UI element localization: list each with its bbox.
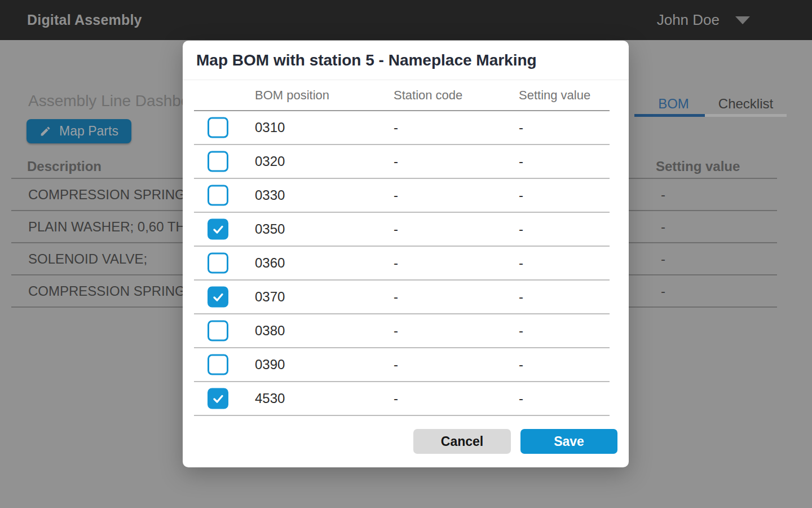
bom-mapping-table-header: BOM position Station code Setting value — [194, 80, 610, 111]
modal-actions: Cancel Save — [183, 429, 629, 454]
map-parts-button[interactable]: Map Parts — [27, 119, 131, 143]
station-code-cell: - — [394, 120, 398, 135]
row-checkbox[interactable] — [208, 388, 228, 409]
setting-value-cell: - — [519, 289, 523, 305]
bom-position-cell: 0350 — [255, 221, 285, 237]
setting-value-cell: - — [661, 283, 665, 299]
app-title: Digital Assembly — [27, 12, 142, 28]
row-checkbox[interactable] — [208, 287, 228, 308]
setting-value-cell: - — [519, 187, 523, 203]
modal-title-bar: Map BOM with station 5 - Nameplace Marki… — [183, 41, 629, 80]
tab-strip: BOM Checklist — [634, 94, 787, 117]
bom-position-cell: 0390 — [255, 357, 285, 373]
checkmark-icon — [211, 290, 225, 304]
cancel-button[interactable]: Cancel — [413, 429, 511, 454]
row-checkbox[interactable] — [208, 185, 228, 206]
table-row: 0360 - - — [194, 247, 610, 281]
row-checkbox[interactable] — [208, 117, 228, 138]
station-code-cell: - — [394, 357, 398, 373]
setting-value-cell: - — [661, 251, 665, 267]
bom-position-cell: 0380 — [255, 323, 285, 339]
setting-value-cell: - — [661, 187, 665, 203]
table-row: 4530 - - — [194, 382, 610, 416]
topbar: Digital Assembly John Doe — [0, 0, 812, 40]
checkmark-icon — [211, 222, 225, 236]
checkmark-icon — [211, 392, 225, 405]
description-cell: SOLENOID VALVE; — [28, 251, 147, 267]
station-code-cell: - — [394, 255, 398, 271]
setting-value-cell: - — [519, 323, 523, 339]
bom-position-cell: 0360 — [255, 255, 285, 271]
bom-position-cell: 0370 — [255, 289, 285, 305]
station-code-cell: - — [394, 187, 398, 203]
table-row: 0310 - - — [194, 111, 610, 145]
setting-value-cell: - — [519, 221, 523, 237]
map-bom-modal: Map BOM with station 5 - Nameplace Marki… — [183, 41, 629, 467]
description-cell: PLAIN WASHER; 0,60 THICK — [28, 219, 208, 235]
table-row: 0320 - - — [194, 145, 610, 179]
user-name: John Doe — [657, 11, 720, 29]
table-row: 0350 - - — [194, 213, 610, 247]
setting-value-cell: - — [519, 154, 523, 169]
setting-value-cell: - — [519, 120, 523, 135]
bom-position-cell: 0330 — [255, 187, 285, 203]
station-code-cell: - — [394, 154, 398, 169]
description-column-header: Description — [27, 159, 102, 174]
station-code-cell: - — [394, 391, 398, 406]
bom-mapping-table-body: 0310 - - 0320 - - 0330 - - 0350 - - — [194, 111, 610, 416]
chevron-down-icon — [735, 16, 750, 24]
table-row: 0370 - - — [194, 281, 610, 314]
setting-value-column-header: Setting value — [519, 88, 590, 103]
tab-checklist[interactable]: Checklist — [705, 94, 787, 117]
bom-position-column-header: BOM position — [255, 88, 329, 103]
row-checkbox[interactable] — [208, 253, 228, 274]
setting-value-cell: - — [519, 357, 523, 373]
map-parts-label: Map Parts — [59, 124, 118, 139]
table-row: 0380 - - — [194, 314, 610, 348]
station-code-cell: - — [394, 221, 398, 237]
bom-position-cell: 4530 — [255, 391, 285, 406]
setting-value-cell: - — [661, 219, 665, 235]
bom-position-cell: 0310 — [255, 120, 285, 135]
description-cell: COMPRESSION SPRING; — [28, 187, 189, 203]
station-code-column-header: Station code — [394, 88, 462, 103]
description-cell: COMPRESSION SPRING; — [28, 283, 189, 299]
row-checkbox[interactable] — [208, 151, 228, 172]
table-row: 0330 - - — [194, 179, 610, 213]
bom-mapping-table: BOM position Station code Setting value … — [194, 80, 610, 416]
setting-value-cell: - — [519, 391, 523, 406]
row-checkbox[interactable] — [208, 354, 228, 375]
tab-bom[interactable]: BOM — [634, 94, 705, 117]
row-checkbox[interactable] — [208, 219, 228, 240]
setting-value-column-header: Setting value — [656, 159, 740, 174]
station-code-cell: - — [394, 323, 398, 339]
save-button[interactable]: Save — [520, 429, 617, 454]
table-row: 0390 - - — [194, 348, 610, 382]
pencil-icon — [39, 125, 51, 137]
bom-position-cell: 0320 — [255, 154, 285, 169]
setting-value-cell: - — [519, 255, 523, 271]
modal-title: Map BOM with station 5 - Nameplace Marki… — [196, 51, 537, 69]
user-menu[interactable]: John Doe — [657, 11, 750, 29]
row-checkbox[interactable] — [208, 321, 228, 341]
station-code-cell: - — [394, 289, 398, 305]
